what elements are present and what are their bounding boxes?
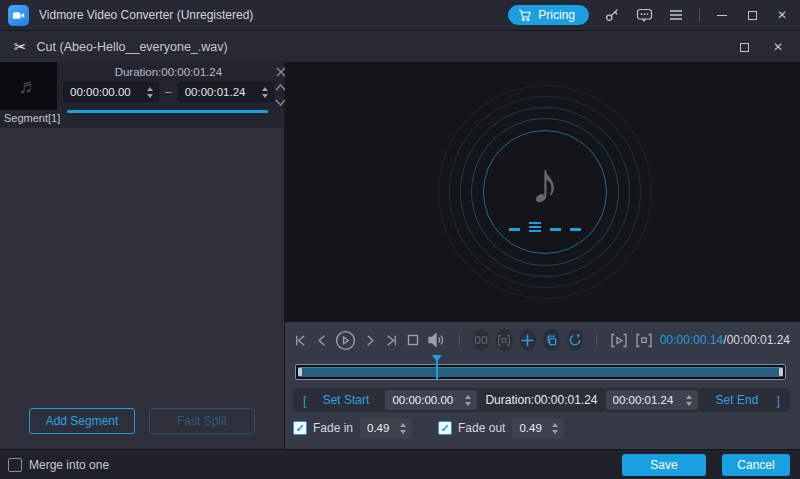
- next-frame-button[interactable]: [363, 331, 376, 349]
- play-button[interactable]: [335, 331, 356, 349]
- scissors-icon: ✂: [14, 38, 27, 56]
- audio-preview: ♪: [285, 62, 800, 322]
- start-bracket: [: [303, 393, 307, 408]
- time-display: 00:00:00.14/00:00:01.24: [660, 333, 790, 347]
- end-bracket: ]: [776, 393, 780, 408]
- fade-in-stepper[interactable]: [397, 423, 409, 434]
- fade-in-field: [360, 418, 412, 438]
- fade-in-label: Fade in: [313, 421, 353, 435]
- save-button[interactable]: Save: [622, 454, 706, 476]
- equalizer-icon: [509, 222, 581, 232]
- trim-start-input[interactable]: [392, 394, 462, 406]
- segment-end-stepper[interactable]: [259, 87, 271, 98]
- cut-dialog-header: ✂ Cut (Abeo-Hello__everyone_.wav) ✕: [0, 30, 800, 62]
- timeline-row: [293, 355, 790, 383]
- segment-thumbnail: ♬: [0, 62, 57, 110]
- transport-row: 00:00:00.14/00:00:01.24: [293, 328, 790, 352]
- select-frame-button[interactable]: [496, 329, 512, 351]
- segment-duration-label: Duration:00:00:01.24: [63, 66, 274, 78]
- set-start-button[interactable]: Set Start: [315, 393, 378, 407]
- fade-in-checkbox[interactable]: ✓: [293, 421, 307, 435]
- fast-split-button[interactable]: Fast Split: [149, 408, 255, 434]
- trim-end-field: [606, 390, 698, 410]
- transport-divider: [459, 332, 460, 348]
- fade-out-stepper[interactable]: [549, 423, 561, 434]
- merge-label: Merge into one: [29, 458, 109, 472]
- fade-out-field: [512, 418, 564, 438]
- skip-end-button[interactable]: [384, 331, 399, 349]
- cart-icon: [518, 9, 532, 22]
- trim-end-input[interactable]: [613, 394, 683, 406]
- current-time: 00:00:00.14: [660, 333, 723, 347]
- menu-icon[interactable]: [667, 6, 685, 24]
- register-key-icon[interactable]: [603, 6, 621, 24]
- segment-card[interactable]: ♬ Segment[1] Duration:00:00:01.24 –: [0, 62, 284, 128]
- volume-button[interactable]: [427, 331, 446, 349]
- segment-start-input[interactable]: [70, 86, 144, 98]
- playback-controls-panel: 00:00:00.14/00:00:01.24 [: [285, 322, 800, 449]
- merge-checkbox[interactable]: [8, 458, 22, 472]
- titlebar: Vidmore Video Converter (Unregistered) P…: [0, 0, 800, 30]
- copy-segment-button[interactable]: [543, 329, 559, 351]
- trim-bar: [ Set Start Duration:00:00:01.24 Set End…: [293, 388, 790, 412]
- add-segment-button[interactable]: Add Segment: [29, 408, 135, 434]
- dialog-close-button[interactable]: ✕: [770, 39, 786, 55]
- trim-duration-label: Duration:00:00:01.24: [485, 393, 597, 407]
- fade-in-input[interactable]: [367, 422, 397, 434]
- pricing-label: Pricing: [538, 8, 575, 22]
- playhead[interactable]: [432, 355, 442, 381]
- segment-start-field: [63, 82, 159, 102]
- audio-note-icon: ♪: [531, 149, 560, 216]
- segment-panel: ♬ Segment[1] Duration:00:00:01.24 –: [0, 62, 285, 449]
- titlebar-divider: [699, 8, 700, 22]
- fade-out-label: Fade out: [458, 421, 505, 435]
- segment-end-field: [178, 82, 274, 102]
- transport-divider: [596, 332, 597, 348]
- timeline-track[interactable]: [295, 364, 786, 380]
- reset-button[interactable]: [567, 329, 583, 351]
- stop-segment-button[interactable]: [635, 331, 653, 349]
- maximize-button[interactable]: [744, 7, 760, 23]
- prev-frame-button[interactable]: [315, 331, 328, 349]
- range-dash: –: [165, 85, 172, 99]
- segment-end-input[interactable]: [185, 86, 259, 98]
- editor-panel: ♪: [285, 62, 800, 449]
- footer-bar: Merge into one Save Cancel: [0, 449, 800, 479]
- set-end-button[interactable]: Set End: [706, 393, 769, 407]
- trim-start-stepper[interactable]: [462, 395, 474, 406]
- app-logo-icon: [8, 5, 29, 26]
- fade-out-input[interactable]: [519, 422, 549, 434]
- feedback-icon[interactable]: [635, 6, 653, 24]
- total-time: /00:00:01.24: [723, 333, 790, 347]
- timeline-selection: [298, 367, 783, 377]
- add-keyframe-button[interactable]: [520, 329, 536, 351]
- close-button[interactable]: ✕: [774, 7, 790, 23]
- dialog-maximize-button[interactable]: [736, 39, 752, 55]
- minimize-button[interactable]: [714, 7, 730, 23]
- fade-row: ✓ Fade in ✓ Fade out: [293, 418, 790, 438]
- segment-start-stepper[interactable]: [144, 87, 156, 98]
- stop-button[interactable]: [406, 331, 420, 349]
- trim-end-stepper[interactable]: [683, 395, 695, 406]
- pricing-button[interactable]: Pricing: [508, 5, 589, 25]
- window-title: Vidmore Video Converter (Unregistered): [39, 8, 253, 22]
- app-window: Vidmore Video Converter (Unregistered) P…: [0, 0, 800, 479]
- segment-progress-bar: [67, 110, 268, 113]
- dialog-title: Cut (Abeo-Hello__everyone_.wav): [37, 40, 228, 54]
- play-segment-button[interactable]: [610, 331, 628, 349]
- music-note-icon: ♬: [19, 75, 39, 98]
- playhead-line: [436, 361, 438, 380]
- cancel-button[interactable]: Cancel: [722, 454, 790, 476]
- trim-start-field: [385, 390, 477, 410]
- trim-end-handle[interactable]: [779, 368, 783, 376]
- trim-start-handle[interactable]: [298, 368, 302, 376]
- fade-out-checkbox[interactable]: ✓: [438, 421, 452, 435]
- split-segment-button[interactable]: [473, 329, 489, 351]
- segment-label: Segment[1]: [4, 112, 60, 124]
- skip-start-button[interactable]: [293, 331, 308, 349]
